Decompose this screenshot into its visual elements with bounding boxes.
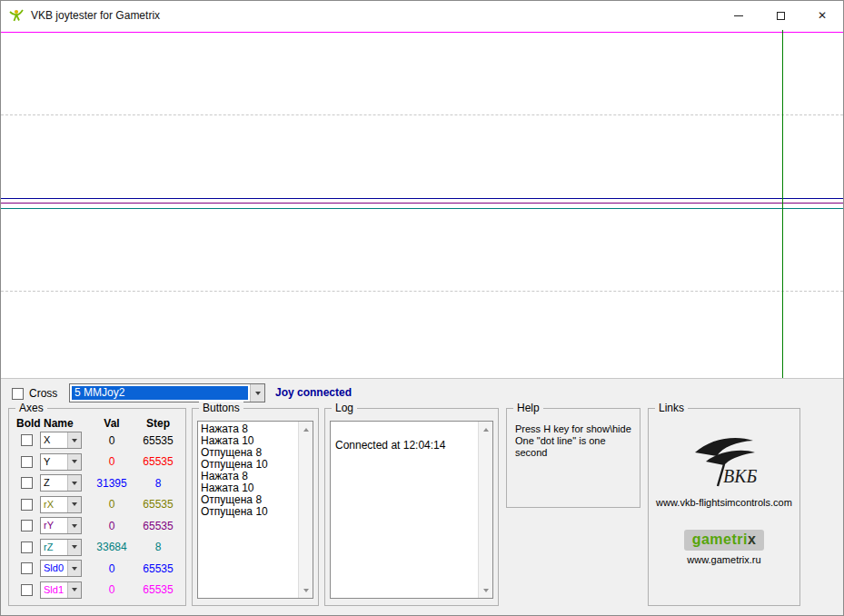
chevron-down-icon[interactable] xyxy=(67,518,81,533)
plot-area xyxy=(1,30,843,379)
chevron-down-icon[interactable] xyxy=(67,582,81,598)
scrollbar[interactable] xyxy=(298,422,313,598)
gametrix-logo-x: x xyxy=(748,532,756,547)
cross-checkbox[interactable] xyxy=(12,388,24,400)
axis-bold-checkbox[interactable] xyxy=(21,456,33,468)
axis-name-select[interactable]: Y xyxy=(40,453,82,471)
scroll-down-icon[interactable] xyxy=(479,583,492,597)
axes-table-header: Bold Name Val Step xyxy=(9,417,185,430)
chevron-down-icon[interactable] xyxy=(67,561,81,576)
column-header-val: Val xyxy=(91,417,133,430)
axis-row-z: Z 31395 8 xyxy=(9,472,185,494)
log-listbox: Connected at 12:04:14 xyxy=(330,421,493,599)
scrollbar[interactable] xyxy=(478,422,492,598)
plot-trace-time-cursor xyxy=(782,30,783,378)
axis-name-select[interactable]: rY xyxy=(40,517,82,534)
axis-bold-checkbox[interactable] xyxy=(21,477,33,489)
list-item[interactable]: Connected at 12:04:14 xyxy=(335,440,477,452)
log-group: Log Connected at 12:04:14 xyxy=(324,408,499,606)
maximize-icon xyxy=(777,12,785,20)
chevron-down-icon[interactable] xyxy=(250,384,264,402)
close-icon: ✕ xyxy=(818,10,827,21)
axis-row-y: Y 0 65535 xyxy=(9,452,185,473)
axis-bold-checkbox[interactable] xyxy=(21,520,33,532)
links-group-title: Links xyxy=(655,402,688,414)
maximize-button[interactable] xyxy=(760,1,801,30)
axis-step: 65535 xyxy=(133,434,184,447)
axis-value: 0 xyxy=(91,562,133,575)
axis-step: 65535 xyxy=(133,498,184,511)
axis-value: 31395 xyxy=(91,477,133,490)
chevron-down-icon[interactable] xyxy=(67,540,81,555)
window-title: VKB joytester for Gametrix xyxy=(31,9,160,22)
axis-name-label: Sld0 xyxy=(41,561,67,576)
axes-group-title: Axes xyxy=(15,402,47,414)
minimize-button[interactable] xyxy=(718,1,760,30)
log-list: Connected at 12:04:14 xyxy=(333,423,477,598)
app-icon xyxy=(9,8,24,23)
chevron-down-icon[interactable] xyxy=(67,497,81,512)
minimize-icon xyxy=(734,15,743,16)
axis-name-select[interactable]: Sld1 xyxy=(40,581,82,599)
axis-row-sld0: Sld0 0 65535 xyxy=(9,558,185,580)
chevron-down-icon[interactable] xyxy=(67,475,81,491)
gametrix-logo-text: gametri xyxy=(692,532,748,547)
help-group-title: Help xyxy=(513,402,543,414)
list-item[interactable]: Отпущена 10 xyxy=(201,506,297,518)
axis-name-label: Z xyxy=(41,475,67,491)
column-header-name: Name xyxy=(40,417,91,430)
gametrix-logo: gametrix xyxy=(684,530,765,551)
axis-bold-checkbox[interactable] xyxy=(21,499,33,511)
vkb-logo-text: ВКБ xyxy=(723,466,757,486)
help-line: Press H key for show\hide xyxy=(515,423,634,435)
axis-name-select[interactable]: rX xyxy=(40,496,82,513)
axis-step: 8 xyxy=(133,477,184,490)
axis-name-label: Y xyxy=(41,454,67,470)
axis-bold-checkbox[interactable] xyxy=(21,562,33,574)
axis-row-rz: rZ 33684 8 xyxy=(9,537,185,559)
column-header-step: Step xyxy=(133,417,184,430)
axis-row-sld1: Sld1 0 65535 xyxy=(9,580,185,601)
axis-step: 65535 xyxy=(133,455,184,468)
plot-trace-zero-axes xyxy=(1,32,843,33)
axis-value: 0 xyxy=(91,583,133,596)
axis-value: 0 xyxy=(91,498,133,511)
device-selected-value: 5 MMJoy2 xyxy=(72,386,248,400)
axis-name-select[interactable]: X xyxy=(40,432,82,449)
axis-row-x: X 0 65535 xyxy=(9,430,185,452)
chevron-down-icon[interactable] xyxy=(67,454,81,470)
scroll-up-icon[interactable] xyxy=(479,422,492,436)
cross-checkbox-group[interactable]: Cross xyxy=(12,387,57,400)
column-header-bold: Bold xyxy=(16,417,40,430)
axes-group: Axes Bold Name Val Step X 0 65535 Y xyxy=(8,408,186,606)
device-select[interactable]: 5 MMJoy2 xyxy=(69,383,265,402)
plot-trace-axis-rz xyxy=(1,208,843,209)
axis-bold-checkbox[interactable] xyxy=(21,541,33,553)
axis-name-select[interactable]: Sld0 xyxy=(40,560,82,577)
titlebar: VKB joytester for Gametrix ✕ xyxy=(1,1,843,30)
gametrix-site-link[interactable]: www.gametrix.ru xyxy=(687,554,760,565)
axis-bold-checkbox[interactable] xyxy=(21,584,33,596)
scroll-up-icon[interactable] xyxy=(299,422,313,436)
axis-value: 0 xyxy=(91,455,133,468)
axis-name-select[interactable]: Z xyxy=(40,474,82,492)
axis-name-select[interactable]: rZ xyxy=(40,539,82,556)
control-panel: Cross 5 MMJoy2 Joy connected Axes Bold N… xyxy=(1,379,843,615)
app-window: VKB joytester for Gametrix ✕ Cross 5 MMJ… xyxy=(0,0,844,616)
buttons-listbox: Нажата 8 Нажата 10 Отпущена 8 Отпущена 1… xyxy=(197,421,313,599)
log-group-title: Log xyxy=(332,402,357,414)
axis-step: 65535 xyxy=(133,520,184,532)
cross-label: Cross xyxy=(29,387,57,400)
axis-bold-checkbox[interactable] xyxy=(21,434,33,446)
axis-value: 0 xyxy=(91,520,133,532)
axis-step: 65535 xyxy=(133,583,184,596)
axis-name-label: rZ xyxy=(41,540,67,555)
axis-row-ry: rY 0 65535 xyxy=(9,515,185,537)
chevron-down-icon[interactable] xyxy=(67,432,81,448)
axis-row-rx: rX 0 65535 xyxy=(9,494,185,516)
scroll-down-icon[interactable] xyxy=(299,583,313,597)
close-button[interactable]: ✕ xyxy=(801,1,843,30)
vkb-site-link[interactable]: www.vkb-flightsimcontrols.com xyxy=(656,497,792,508)
vkb-logo: ВКБ xyxy=(682,434,766,490)
plot-trace-axis-z xyxy=(1,198,843,199)
